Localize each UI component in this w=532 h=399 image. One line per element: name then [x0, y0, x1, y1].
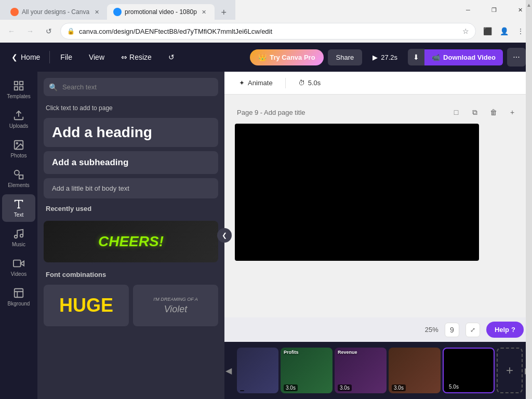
page-duplicate-button[interactable]: ⧉	[468, 105, 482, 119]
timeline-clips: Profits 3.0s Revenue 3.0s 3.0s 5.0s	[233, 343, 524, 397]
browser-tab-2[interactable]: promotional video - 1080p ✕	[107, 4, 215, 20]
font-combo-huge[interactable]: HUGE	[44, 285, 129, 326]
canvas-section: ✦ Animate ⏱ 5.0s ▲ Page 9 - Add page tit…	[224, 72, 532, 399]
timeline-clip-2[interactable]: Profits 3.0s	[281, 348, 332, 393]
tab2-title: promotional video - 1080p	[125, 8, 197, 16]
add-heading-button[interactable]: Add a heading	[44, 118, 218, 147]
sidebar-item-uploads[interactable]: Uploads	[2, 105, 35, 133]
scroll-up[interactable]: ▲	[526, 95, 532, 317]
zoom-percentage: 25%	[425, 326, 438, 334]
add-clip-button[interactable]: +	[497, 348, 523, 393]
profile-btn[interactable]: 👤	[497, 24, 511, 38]
search-box: 🔍	[44, 78, 218, 96]
tab2-favicon	[113, 8, 122, 16]
toolbar-divider	[285, 78, 286, 88]
svg-rect-15	[15, 289, 23, 298]
cheers-text: CHEERS!	[98, 233, 164, 250]
timeline-scroll-left[interactable]: ◀	[224, 342, 233, 399]
sidebar-item-text[interactable]: Text	[2, 194, 35, 222]
new-tab-button[interactable]: +	[217, 5, 231, 20]
timeline-clip-5[interactable]: 5.0s	[443, 348, 495, 393]
sidebar-item-templates[interactable]: Templates	[2, 76, 35, 103]
page-number-indicator[interactable]: 9	[445, 323, 459, 337]
svg-rect-2	[15, 87, 18, 90]
page-container: Page 9 - Add page title □ ⧉ 🗑 +	[235, 105, 522, 261]
dreaming-subtext: Violet	[153, 304, 198, 315]
window-minimize[interactable]: ─	[456, 2, 480, 18]
divider-1	[49, 51, 50, 63]
duration-button[interactable]: ⏱ 5.0s	[292, 76, 327, 90]
home-button[interactable]: ❮ Home	[6, 50, 45, 64]
resize-icon: ⇔	[121, 53, 127, 61]
extensions-btn[interactable]: ⬛	[480, 24, 495, 38]
star-icon[interactable]: ☆	[462, 27, 469, 35]
nav-refresh[interactable]: ↺	[42, 24, 56, 38]
svg-rect-3	[20, 87, 23, 90]
sidebar-item-music[interactable]: Music	[2, 224, 35, 251]
fullscreen-button[interactable]: ⤢	[466, 323, 480, 337]
canvas-frame[interactable]	[235, 124, 479, 261]
sidebar-item-elements[interactable]: Elements	[2, 165, 35, 192]
file-menu[interactable]: File	[54, 50, 78, 64]
tab2-close[interactable]: ✕	[200, 8, 208, 16]
page-add-button[interactable]: +	[505, 105, 520, 119]
sidebar-item-photos[interactable]: Photos	[2, 135, 35, 163]
undo-icon: ↺	[168, 53, 175, 61]
videos-label: Videos	[11, 271, 26, 277]
canvas-scroll-area[interactable]: ▲ Page 9 - Add page title □ ⧉ 🗑 +	[224, 95, 532, 317]
elements-label: Elements	[8, 182, 30, 188]
share-button[interactable]: Share	[328, 49, 363, 65]
svg-rect-1	[20, 82, 23, 85]
cheers-item[interactable]: CHEERS!	[44, 221, 218, 262]
play-button[interactable]: ▶ 27.2s	[366, 49, 404, 65]
address-bar[interactable]: 🔒 canva.com/design/DAENFtectB8/ed7yTMfiO…	[60, 23, 476, 39]
add-body-text-button[interactable]: Add a little bit of body text	[44, 178, 218, 198]
sidebar-item-videos[interactable]: Videos	[2, 254, 35, 281]
search-input[interactable]	[44, 78, 218, 96]
undo-button[interactable]: ↺	[162, 50, 181, 64]
collapse-panel-button[interactable]: ❮	[217, 228, 232, 243]
download-wrapper: ⬇ 📹 Download Video	[408, 49, 503, 65]
timeline-clip-1[interactable]	[237, 348, 278, 393]
clock-icon: ⏱	[298, 79, 305, 87]
recently-used-area: CHEERS!	[37, 217, 224, 267]
left-panel-wrapper: 🔍 Click text to add to page Add a headin…	[37, 72, 224, 399]
recently-used-header: Recently used	[37, 201, 224, 217]
timeline-clip-3[interactable]: Revenue 3.0s	[335, 348, 387, 393]
left-panel: 🔍 Click text to add to page Add a headin…	[37, 72, 224, 399]
bkground-label: Bkground	[8, 301, 30, 307]
canvas-bottom-bar: 25% 9 ⤢ Help ?	[224, 317, 532, 342]
page-delete-button[interactable]: 🗑	[486, 105, 501, 119]
window-maximize[interactable]: ❐	[482, 2, 506, 18]
sidebar: Templates Uploads Photos Elements	[0, 72, 37, 399]
timeline-clip-4[interactable]: 3.0s	[389, 348, 441, 393]
background-icon	[13, 287, 24, 299]
svg-rect-0	[15, 82, 18, 85]
nav-forward[interactable]: →	[23, 24, 37, 38]
help-button[interactable]: Help ?	[486, 322, 524, 338]
try-canva-pro-button[interactable]: 👑 Try Canva Pro	[250, 49, 323, 65]
tab1-title: All your designs - Canva	[22, 8, 89, 16]
click-text-hint: Click text to add to page	[37, 102, 224, 116]
photos-label: Photos	[10, 153, 26, 158]
camera-icon: 📹	[432, 54, 440, 61]
tab1-close[interactable]: ✕	[92, 8, 101, 16]
page-expand-icon[interactable]: □	[449, 105, 463, 119]
browser-tab-1[interactable]: All your designs - Canva ✕	[4, 4, 107, 20]
clip2-label: Profits	[284, 350, 299, 355]
clip4-duration: 3.0s	[392, 384, 406, 391]
download-video-button[interactable]: 📹 Download Video	[424, 49, 503, 65]
svg-point-11	[15, 235, 18, 238]
home-label: Home	[21, 53, 40, 61]
view-menu[interactable]: View	[83, 50, 111, 64]
font-combo-dreaming[interactable]: I'M DREAMING OF A Violet	[133, 285, 218, 326]
resize-button[interactable]: ⇔ Resize	[115, 50, 158, 64]
add-subheading-button[interactable]: Add a subheading	[44, 151, 218, 174]
nav-back[interactable]: ←	[4, 24, 19, 38]
more-options-button[interactable]: ···	[507, 48, 526, 66]
text-icon	[13, 198, 24, 210]
expand-icon: ⤢	[470, 326, 475, 334]
download-icon-button[interactable]: ⬇	[408, 49, 424, 65]
sidebar-item-bkground[interactable]: Bkground	[2, 283, 35, 311]
animate-button[interactable]: ✦ Animate	[233, 76, 279, 90]
